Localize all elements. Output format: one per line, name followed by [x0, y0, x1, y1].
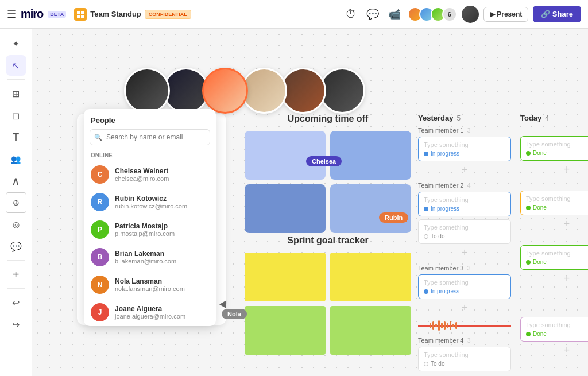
beta-badge: BETA	[48, 11, 66, 18]
person-email-joane: joane.alguera@miro.com	[115, 313, 185, 320]
add-task-tm2-y[interactable]: +	[418, 247, 511, 259]
add-task-tm3-y[interactable]: +	[418, 302, 511, 314]
note-card-yellow-1	[245, 253, 326, 301]
svg-rect-0	[77, 11, 80, 14]
add-task-tm3-t[interactable]: +	[520, 273, 588, 285]
tm1-label: Team member 1 3	[418, 127, 511, 134]
sidebar-item-people[interactable]: 👥	[6, 149, 26, 169]
note-card-green-1	[245, 306, 326, 355]
online-label: Online	[84, 150, 216, 161]
menu-button[interactable]: ☰	[7, 8, 16, 21]
person-email-brian: b.lakeman@miro.com	[115, 258, 176, 265]
sidebar-divider-3	[7, 288, 25, 289]
tm4-yesterday: Team member 4 3 Type something To do +	[418, 337, 511, 376]
svg-rect-1	[81, 11, 84, 14]
yesterday-count: 5	[457, 114, 461, 122]
avatar-large-6	[319, 68, 365, 114]
board-name[interactable]: Team Standup	[90, 10, 141, 18]
task-card-tm4-y1[interactable]: Type something To do	[418, 347, 511, 371]
sidebar-item-crop[interactable]: ⊕	[6, 192, 26, 213]
person-joane[interactable]: J Joane Alguera joane.alguera@miro.com	[84, 299, 216, 326]
tasks-section: Yesterday 5 Team member 1 3 Type somethi…	[418, 114, 588, 376]
person-email-patricia: p.mostajp@miro.com	[115, 230, 175, 237]
timeoff-title: Upcoming time off	[245, 114, 411, 124]
person-avatar-joane: J	[91, 303, 109, 321]
chelsea-badge: Chelsea	[306, 156, 342, 166]
person-email-chelsea: chelsea@miro.com	[115, 175, 169, 182]
tm3-today: Type something Done +	[520, 236, 588, 285]
tm2-today: Type something Done +	[520, 181, 588, 230]
add-task-tm2-t[interactable]: +	[520, 218, 588, 230]
avatar-count: 6	[442, 7, 457, 22]
person-rubin[interactable]: R Rubin Kotowicz rubin.kotowicz@miro.com	[84, 188, 216, 216]
person-info-chelsea: Chelsea Weinert chelsea@miro.com	[115, 167, 169, 182]
person-name-joane: Joane Alguera	[115, 305, 185, 313]
sidebar-item-magic[interactable]: ✦	[6, 33, 26, 54]
sidebar-item-select[interactable]: ↖	[6, 55, 26, 76]
canvas: 👍 Daily Standup Run a quick check-in to …	[32, 29, 588, 376]
person-chelsea[interactable]: C Chelsea Weinert chelsea@miro.com	[84, 161, 216, 188]
person-avatar-rubin: R	[91, 193, 109, 211]
nola-badge: Nola	[222, 309, 247, 319]
sidebar-item-frames[interactable]: ⊞	[6, 83, 26, 104]
share-button[interactable]: 🔗 Share	[533, 6, 581, 22]
sidebar-item-text[interactable]: T	[6, 127, 26, 148]
sprint-section: Sprint goal tracker	[245, 235, 411, 355]
sidebar-item-mindmap[interactable]: ◎	[6, 214, 26, 235]
sprint-title: Sprint goal tracker	[245, 235, 411, 246]
task-card-tm1-t1[interactable]: Type something Done	[520, 136, 588, 161]
person-patricia[interactable]: P Patricia Mostajp p.mostajp@miro.com	[84, 216, 216, 243]
sidebar-item-redo[interactable]: ↪	[6, 314, 26, 335]
person-nola[interactable]: N Nola Lansman nola.lansman@miro.com	[84, 271, 216, 299]
sidebar: ✦ ↖ ⊞ ◻ T 👥 ∧ ⊕ ◎ 💬 + ↩ ↪	[0, 29, 32, 376]
tm4-label: Team member 4 3	[418, 337, 511, 344]
sidebar-item-lines[interactable]: ∧	[6, 170, 26, 191]
add-task-tm4-t[interactable]: +	[520, 344, 588, 356]
tm2-yesterday: Team member 2 4 Type something In progre…	[418, 182, 511, 259]
person-name-rubin: Rubin Kotowicz	[115, 195, 187, 203]
header-icon-chat[interactable]: 💬	[364, 6, 381, 23]
task-card-tm2-y1[interactable]: Type something In progress	[418, 192, 511, 216]
add-task-tm1-t[interactable]: +	[520, 164, 588, 176]
user-avatar[interactable]	[462, 6, 479, 23]
waveform-row	[418, 320, 511, 331]
task-card-tm4-t1[interactable]: Type something Done	[520, 317, 588, 342]
sprint-grid	[245, 253, 411, 355]
today-column: Today 4 Type something Done + Type	[520, 114, 588, 376]
sidebar-item-add[interactable]: +	[6, 264, 26, 285]
people-search-input[interactable]	[90, 129, 210, 145]
task-card-tm1-y1[interactable]: Type something In progress	[418, 137, 511, 161]
person-info-rubin: Rubin Kotowicz rubin.kotowicz@miro.com	[115, 195, 187, 210]
main: ✦ ↖ ⊞ ◻ T 👥 ∧ ⊕ ◎ 💬 + ↩ ↪ 👍 Daily Standu…	[0, 29, 588, 376]
sidebar-item-undo[interactable]: ↩	[6, 292, 26, 313]
tm3-label: Team member 3 3	[418, 265, 511, 272]
person-name-nola: Nola Lansman	[115, 277, 185, 285]
sidebar-item-shapes[interactable]: ◻	[6, 105, 26, 126]
today-header: Today 4	[520, 114, 588, 122]
task-card-tm2-y2[interactable]: Type something To do	[418, 219, 511, 244]
add-task-tm1-y[interactable]: +	[418, 164, 511, 176]
avatars-row	[124, 68, 358, 114]
tm1-yesterday: Team member 1 3 Type something In progre…	[418, 127, 511, 176]
present-button[interactable]: ▶ Present	[483, 7, 528, 22]
task-card-tm3-t1[interactable]: Type something Done	[520, 245, 588, 270]
task-card-tm3-y1[interactable]: Type something In progress	[418, 274, 511, 299]
sidebar-divider-1	[7, 79, 25, 80]
rubin-badge: Rubin	[379, 212, 408, 223]
yesterday-header: Yesterday 5	[418, 114, 511, 122]
task-card-tm2-t1[interactable]: Type something Done	[520, 191, 588, 215]
person-brian[interactable]: B Brian Lakeman b.lakeman@miro.com	[84, 243, 216, 271]
board-info: Team Standup CONFIDENTIAL	[74, 8, 191, 21]
person-name-patricia: Patricia Mostajp	[115, 222, 175, 230]
person-info-brian: Brian Lakeman b.lakeman@miro.com	[115, 250, 176, 265]
people-panel-title: People	[84, 109, 216, 129]
note-card-green-2	[330, 306, 411, 355]
header-icon-video[interactable]: 📹	[386, 6, 403, 23]
header-icon-timer[interactable]: ⏱	[342, 6, 359, 23]
yesterday-label: Yesterday	[418, 114, 453, 122]
timeoff-card-2	[330, 131, 411, 180]
sidebar-item-comments[interactable]: 💬	[6, 236, 26, 257]
tm3-yesterday: Team member 3 3 Type something In progre…	[418, 265, 511, 314]
person-info-joane: Joane Alguera joane.alguera@miro.com	[115, 305, 185, 320]
miro-logo: miro	[21, 7, 43, 21]
